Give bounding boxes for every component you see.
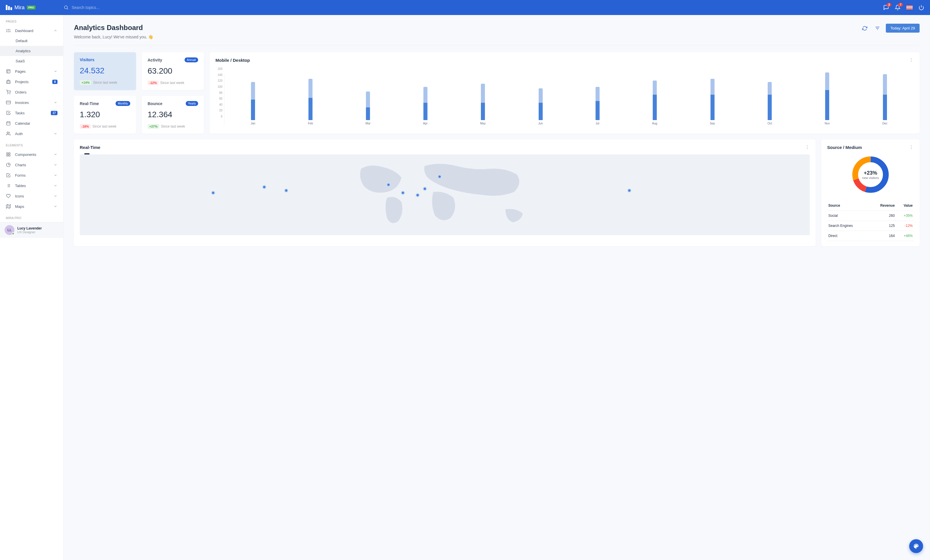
bar-label: Jan: [251, 122, 255, 125]
donut-percent: +23%: [862, 170, 879, 176]
sidebar-item-label: SaaS: [15, 59, 57, 63]
more-vertical-icon: [908, 57, 914, 63]
more-button[interactable]: [908, 57, 914, 63]
chevron-down-icon: [54, 163, 57, 167]
brand[interactable]: Mira PRO: [6, 5, 63, 11]
messages-badge: 3: [887, 3, 891, 7]
bar-group: Oct: [768, 82, 772, 125]
sidebar-item-forms[interactable]: Forms: [0, 170, 63, 180]
date-button[interactable]: Today: April 29: [886, 24, 919, 32]
bar-group: Jan: [251, 82, 255, 125]
sidebar-item-calendar[interactable]: Calendar: [0, 118, 63, 129]
cell-revenue: 164: [869, 231, 896, 241]
chevron-down-icon: [54, 184, 57, 188]
sidebar-item-auth[interactable]: Auth: [0, 129, 63, 139]
grid-icon: [6, 152, 11, 157]
notifications-button[interactable]: 7: [895, 5, 901, 11]
stat-value: 24.532: [80, 66, 130, 75]
stat-title: Visitors: [80, 57, 94, 62]
sidebar-item-label: Projects: [15, 80, 48, 84]
bar-label: Apr: [423, 122, 428, 125]
sidebar-item-projects[interactable]: Projects 8: [0, 77, 63, 87]
sidebar-item-label: Charts: [15, 163, 49, 167]
filter-button[interactable]: [873, 24, 882, 32]
sidebar-user[interactable]: LL Lucy Lavender UX Designer: [0, 222, 63, 238]
refresh-button[interactable]: [861, 24, 869, 32]
messages-button[interactable]: 3: [883, 5, 889, 11]
chevron-down-icon: [54, 194, 57, 198]
brand-logo-icon: [6, 5, 12, 10]
th-source: Source: [827, 201, 869, 211]
avatar: LL: [5, 225, 14, 235]
bar-label: May: [480, 122, 486, 125]
user-role: UX Designer: [17, 230, 42, 234]
table-row: Direct 164 +46%: [827, 231, 914, 241]
stat-chip: Yearly: [186, 101, 198, 106]
cell-revenue: 260: [869, 211, 896, 221]
stat-pct: +27%: [148, 124, 159, 129]
chevron-down-icon: [54, 132, 57, 136]
more-button[interactable]: [805, 144, 810, 150]
bar-label: Sep: [710, 122, 715, 125]
map-marker[interactable]: [437, 175, 442, 179]
map-marker[interactable]: [386, 183, 391, 187]
map-marker[interactable]: [211, 191, 215, 195]
card-title: Real-Time: [80, 145, 100, 150]
sidebar-item-dashboard[interactable]: Dashboard: [0, 25, 63, 36]
stat-title: Activity: [148, 58, 162, 62]
search-input[interactable]: [72, 5, 158, 10]
sidebar-section-elements: ELEMENTS: [0, 139, 63, 149]
sidebar-item-default[interactable]: Default: [0, 36, 63, 46]
theme-fab[interactable]: [909, 539, 923, 553]
svg-point-16: [8, 94, 8, 94]
chevron-down-icon: [54, 204, 57, 209]
sidebar-item-orders[interactable]: Orders: [0, 87, 63, 97]
map-marker[interactable]: [284, 189, 288, 193]
cell-source: Direct: [827, 231, 869, 241]
stat-sub: Since last week: [160, 81, 184, 85]
world-map[interactable]: [80, 155, 810, 235]
page-subtitle: Welcome back, Lucy! We've missed you. 👋: [74, 35, 153, 39]
chevron-down-icon: [54, 152, 57, 156]
sidebar-item-tasks[interactable]: Tasks 17: [0, 108, 63, 118]
svg-rect-26: [9, 153, 10, 154]
world-map-svg: [80, 155, 810, 235]
sidebar-item-saas[interactable]: SaaS: [0, 56, 63, 66]
bar-label: Nov: [825, 122, 830, 125]
sidebar-item-tables[interactable]: Tables: [0, 180, 63, 191]
bar-group: Mar: [366, 92, 371, 125]
sidebar-item-components[interactable]: Components: [0, 149, 63, 160]
sidebar-item-invoices[interactable]: Invoices: [0, 97, 63, 108]
cell-source: Search Engines: [827, 221, 869, 231]
stat-title: Bounce: [148, 101, 162, 106]
sidebar-item-charts[interactable]: Charts: [0, 160, 63, 170]
language-button[interactable]: [906, 5, 913, 10]
map-marker[interactable]: [627, 189, 631, 193]
sidebar-item-icons[interactable]: Icons: [0, 191, 63, 201]
more-button[interactable]: [908, 144, 914, 150]
sidebar-item-analytics[interactable]: Analytics: [0, 46, 63, 56]
sidebar-item-label: Default: [15, 39, 57, 43]
svg-point-45: [807, 147, 808, 147]
svg-rect-25: [7, 153, 8, 154]
refresh-icon: [862, 26, 867, 31]
credit-card-icon: [6, 100, 11, 105]
more-vertical-icon: [805, 144, 810, 150]
brand-name: Mira: [14, 5, 25, 11]
user-name: Lucy Lavender: [17, 226, 42, 230]
sidebar-item-maps[interactable]: Maps: [0, 201, 63, 212]
power-button[interactable]: [918, 5, 924, 11]
sidebar-section-pro: MIRA PRO: [0, 212, 63, 222]
briefcase-icon: [6, 80, 11, 84]
sidebar-item-label: Components: [15, 152, 49, 157]
sidebar-item-pages[interactable]: Pages: [0, 66, 63, 77]
form-icon: [6, 173, 11, 178]
pro-badge: PRO: [27, 6, 35, 9]
svg-line-1: [67, 8, 68, 9]
stat-title: Real-Time: [80, 101, 99, 106]
svg-rect-15: [6, 81, 10, 83]
bar-label: Feb: [308, 122, 313, 125]
stat-pct: +14%: [80, 80, 91, 85]
stat-sub: Since last week: [161, 124, 185, 129]
bar-group: Jul: [596, 87, 600, 125]
